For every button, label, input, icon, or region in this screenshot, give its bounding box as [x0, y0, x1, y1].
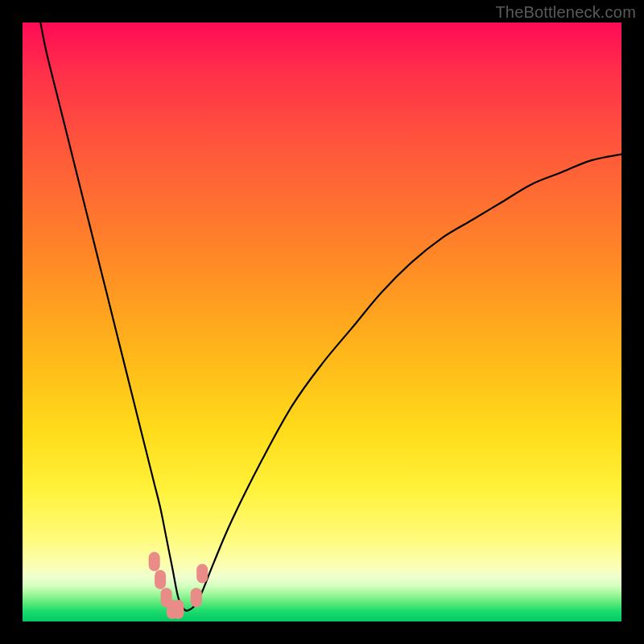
curve-marker	[191, 588, 202, 607]
curve-marker	[155, 570, 166, 589]
curve-marker	[149, 552, 160, 572]
attribution-text: TheBottleneck.com	[495, 3, 636, 22]
curve-marker	[172, 600, 184, 619]
chart-frame: TheBottleneck.com	[0, 0, 644, 644]
curve-marker	[196, 564, 208, 584]
plot-area	[23, 23, 621, 621]
bottleneck-curve-svg	[23, 23, 621, 621]
bottleneck-curve	[40, 23, 621, 611]
curve-markers	[149, 552, 208, 620]
